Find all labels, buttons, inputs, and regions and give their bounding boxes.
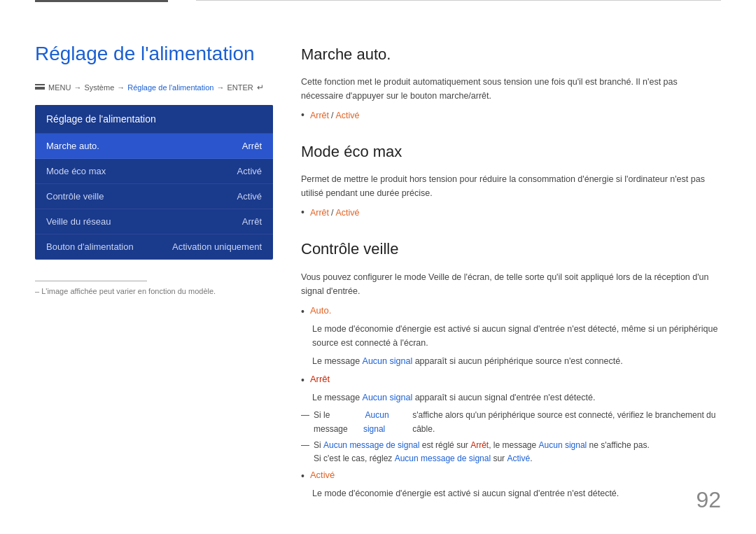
section-title-marche: Marche auto. <box>301 42 721 66</box>
menu-item-bouton[interactable]: Bouton d'alimentation Activation uniquem… <box>35 234 273 260</box>
aucun-msg-signal-2: Aucun message de signal <box>395 454 491 463</box>
bullet-marche-options: Arrêt / Activé <box>301 108 721 122</box>
menu-item-eco-label: Mode éco max <box>46 166 106 176</box>
sub-auto-content2: Le message Aucun signal apparaît si aucu… <box>301 354 721 368</box>
bullet-marche-text: Arrêt / Activé <box>310 108 360 122</box>
menu-item-veille-value: Arrêt <box>242 216 262 227</box>
menu-box-header: Réglage de l'alimentation <box>35 105 273 134</box>
dash-note-1: Si le message Aucun signal s'affiche alo… <box>301 409 721 435</box>
footnote: – L'image affichée peut varier en foncti… <box>35 287 273 295</box>
enter-icon: ↵ <box>257 83 264 92</box>
section-title-controle: Contrôle veille <box>301 237 721 261</box>
sub-active-label: Activé <box>310 468 335 483</box>
aucun-signal-4: Aucun signal <box>539 440 587 450</box>
top-border-right <box>196 0 721 1</box>
breadcrumb-sep3: → <box>216 83 224 92</box>
sub-arret-label: Arrêt <box>310 372 330 387</box>
eco-sep: / <box>331 206 333 220</box>
page-number: 92 <box>696 487 721 513</box>
bullet-list-eco: Arrêt / Activé <box>301 206 721 220</box>
menu-item-bouton-label: Bouton d'alimentation <box>46 241 134 252</box>
section-title-eco: Mode éco max <box>301 139 721 164</box>
sub-auto-label: Auto. <box>310 304 331 318</box>
menu-item-veille[interactable]: Veille du réseau Arrêt <box>35 209 273 234</box>
arret-inline: Arrêt <box>470 440 489 450</box>
marche-sep: / <box>331 108 333 122</box>
dash-note-2: Si Aucun message de signal est réglé sur… <box>301 439 721 465</box>
menu-item-controle-label: Contrôle veille <box>46 191 104 202</box>
page-title: Réglage de l'alimentation <box>35 42 273 66</box>
menu-item-eco[interactable]: Mode éco max Activé <box>35 159 273 184</box>
dash-note-2-content: Si Aucun message de signal est réglé sur… <box>314 439 650 465</box>
sub-arret-content: Le message Aucun signal apparaît si aucu… <box>301 391 721 405</box>
bullet-list-marche: Arrêt / Activé <box>301 108 721 122</box>
marche-on: Activé <box>335 108 359 122</box>
aucun-signal-1: Aucun signal <box>363 356 413 366</box>
breadcrumb: MENU → Système → Réglage de l'alimentati… <box>35 83 273 92</box>
footnote-divider <box>35 281 147 281</box>
eco-off: Arrêt <box>310 206 329 220</box>
breadcrumb-link: Réglage de l'alimentation <box>127 83 214 92</box>
page-container: Réglage de l'alimentation MENU → Système… <box>0 0 756 534</box>
breadcrumb-sep2: → <box>117 83 125 92</box>
aucun-signal-3: Aucun signal <box>363 409 412 435</box>
bullet-eco-text: Arrêt / Activé <box>310 206 360 220</box>
breadcrumb-enter: ENTER ↵ <box>227 83 263 92</box>
aucun-signal-2: Aucun signal <box>363 393 413 402</box>
sub-item-arret: Arrêt <box>301 372 721 388</box>
menu-item-controle[interactable]: Contrôle veille Activé <box>35 184 273 209</box>
section-desc-marche: Cette fonction met le produit automatiqu… <box>301 75 721 103</box>
left-column: Réglage de l'alimentation MENU → Système… <box>35 28 273 506</box>
breadcrumb-system: Système <box>84 83 114 92</box>
menu-item-marche-label: Marche auto. <box>46 141 99 151</box>
sub-item-auto: Auto. <box>301 304 721 319</box>
menu-item-eco-value: Activé <box>237 166 262 176</box>
menu-item-bouton-value: Activation uniquement <box>172 241 262 252</box>
sub-auto-content1: Le mode d'économie d'énergie est activé … <box>301 322 721 350</box>
menu-icon <box>35 84 45 91</box>
active-inline: Activé <box>507 454 530 463</box>
aucun-msg-signal-1: Aucun message de signal <box>323 440 419 450</box>
sub-item-active: Activé <box>301 468 721 484</box>
menu-item-marche[interactable]: Marche auto. Arrêt <box>35 134 273 159</box>
breadcrumb-sep1: → <box>74 83 81 92</box>
menu-box: Réglage de l'alimentation Marche auto. A… <box>35 105 273 260</box>
section-desc-eco: Permet de mettre le produit hors tension… <box>301 172 721 200</box>
menu-item-marche-value: Arrêt <box>242 141 262 151</box>
marche-off: Arrêt <box>310 108 329 122</box>
bullet-eco-options: Arrêt / Activé <box>301 206 721 220</box>
top-border-left <box>35 0 168 2</box>
menu-item-veille-label: Veille du réseau <box>46 216 111 227</box>
sub-active-content: Le mode d'économie d'énergie est activé … <box>301 486 721 500</box>
eco-on: Activé <box>335 206 359 220</box>
right-column: Marche auto. Cette fonction met le produ… <box>301 28 721 506</box>
breadcrumb-menu: MENU <box>35 83 71 92</box>
menu-item-controle-value: Activé <box>237 191 262 202</box>
section-desc-controle: Vous pouvez configurer le mode Veille de… <box>301 270 721 298</box>
